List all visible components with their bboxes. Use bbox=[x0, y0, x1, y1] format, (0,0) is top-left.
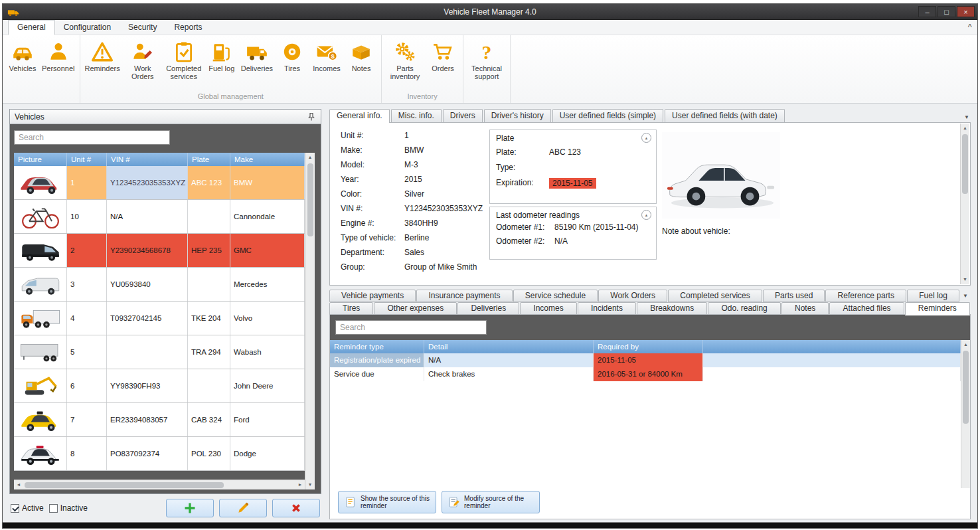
sub-tab-odo-reading[interactable]: Odo. reading bbox=[708, 302, 781, 315]
reminders-vertical-scrollbar[interactable]: ▲ bbox=[961, 340, 970, 488]
pin-icon[interactable] bbox=[307, 112, 316, 122]
menu-tab-configuration[interactable]: Configuration bbox=[55, 21, 120, 35]
vehicles-vertical-scrollbar[interactable]: ▲ ▼ bbox=[305, 153, 315, 489]
sub-tab-other-expenses[interactable]: Other expenses bbox=[374, 302, 457, 315]
collapse-icon[interactable]: ▲ bbox=[641, 133, 651, 143]
sub-tab-work-orders[interactable]: Work Orders bbox=[598, 290, 667, 302]
sub-tab-tires[interactable]: Tires bbox=[329, 302, 373, 315]
vehicle-row[interactable]: 2Y2390234568678HEP 235GMC bbox=[14, 234, 305, 268]
scroll-up-icon[interactable]: ▲ bbox=[305, 153, 315, 162]
ribbon-button-reminders[interactable]: Reminders bbox=[83, 39, 122, 72]
ribbon-button-parts-inventory[interactable]: Parts inventory bbox=[384, 39, 426, 80]
sub-tab-notes[interactable]: Notes bbox=[781, 302, 829, 315]
vehicles-horizontal-scrollbar[interactable]: ◄ ► bbox=[14, 480, 305, 489]
column-header-picture[interactable]: Picture bbox=[14, 153, 67, 166]
plate-field-label: Type: bbox=[496, 163, 549, 172]
delete-vehicle-button[interactable] bbox=[272, 499, 320, 517]
vehicle-row[interactable]: 3YU0593840Mercedes bbox=[14, 268, 305, 302]
sub-tab-incidents[interactable]: Incidents bbox=[578, 302, 636, 315]
sub-tab-deliveries[interactable]: Deliveries bbox=[457, 302, 519, 315]
sub-tab-service-schedule[interactable]: Service schedule bbox=[513, 290, 598, 302]
vehicle-row[interactable]: 6YY98390FH93John Deere bbox=[14, 369, 305, 403]
vehicle-row[interactable]: 10N/ACannondale bbox=[14, 200, 305, 234]
ribbon-button-vehicles[interactable]: Vehicles bbox=[5, 39, 40, 72]
plus-icon bbox=[183, 501, 197, 515]
ribbon-button-orders[interactable]: Orders bbox=[426, 39, 460, 72]
collapse-icon[interactable]: ▲ bbox=[641, 210, 651, 220]
vehicle-row[interactable]: 4T09327042145TKE 204Volvo bbox=[14, 302, 305, 335]
scroll-down-icon[interactable]: ▼ bbox=[961, 275, 970, 284]
vehicle-row[interactable]: 7ER23394083057CAB 324Ford bbox=[14, 403, 305, 437]
scrollbar-thumb[interactable] bbox=[25, 482, 224, 488]
reminders-search-input[interactable] bbox=[335, 320, 487, 335]
detail-tab-misc-info[interactable]: Misc. info. bbox=[391, 109, 442, 122]
reminder-column-header-required-by[interactable]: Required by bbox=[594, 340, 703, 353]
menu-tab-general[interactable]: General bbox=[8, 20, 55, 35]
modify-source-of-the-reminder-button[interactable]: Modify source of the reminder bbox=[442, 491, 540, 513]
column-header-unit[interactable]: Unit # bbox=[67, 153, 107, 166]
reminder-detail-cell: Check brakes bbox=[424, 367, 594, 381]
ribbon-collapse-icon[interactable]: ^ bbox=[968, 23, 972, 31]
column-header-vin[interactable]: VIN # bbox=[107, 153, 188, 166]
field-label: Department: bbox=[341, 248, 404, 262]
ribbon-button-technical-support[interactable]: ?Technical support bbox=[466, 39, 507, 80]
reminder-column-header-detail[interactable]: Detail bbox=[424, 340, 594, 353]
minimize-button[interactable]: – bbox=[918, 6, 936, 17]
sub-tab-attached-files[interactable]: Attached files bbox=[829, 302, 904, 315]
close-button[interactable]: × bbox=[957, 6, 975, 17]
column-header-make[interactable]: Make bbox=[230, 153, 305, 166]
scrollbar-thumb[interactable] bbox=[963, 351, 969, 424]
reminder-row[interactable]: Service dueCheck brakes2016-05-31 or 840… bbox=[330, 367, 961, 381]
sub-tab-reference-parts[interactable]: Reference parts bbox=[825, 290, 906, 302]
tabs-overflow-icon[interactable]: ▼ bbox=[964, 114, 969, 120]
show-the-source-of-this-reminder-button[interactable]: Show the source of this reminder bbox=[338, 491, 436, 513]
sub-tab-reminders[interactable]: Reminders bbox=[905, 302, 970, 315]
sub-tab-completed-services[interactable]: Completed services bbox=[668, 290, 762, 302]
active-checkbox[interactable] bbox=[11, 504, 19, 513]
ribbon-button-work-orders[interactable]: Work Orders bbox=[122, 39, 163, 80]
scroll-up-icon[interactable]: ▲ bbox=[961, 340, 971, 349]
sub-tabs-overflow-icon[interactable]: ▼ bbox=[960, 290, 971, 302]
menu-tab-security[interactable]: Security bbox=[120, 21, 165, 35]
detail-tab-drivers[interactable]: Drivers bbox=[443, 109, 483, 122]
detail-tab-general-info[interactable]: General info. bbox=[329, 109, 390, 123]
detail-tab-driver-s-history[interactable]: Driver's history bbox=[484, 109, 551, 122]
ribbon-button-deliveries[interactable]: Deliveries bbox=[239, 39, 275, 72]
maximize-button[interactable]: □ bbox=[938, 6, 955, 17]
vehicle-row[interactable]: 5TRA 294Wabash bbox=[14, 335, 305, 369]
sub-tab-breakdowns[interactable]: Breakdowns bbox=[637, 302, 707, 315]
sub-tab-fuel-log[interactable]: Fuel log bbox=[907, 290, 959, 302]
info-vertical-scrollbar[interactable]: ▲ ▼ bbox=[960, 124, 969, 284]
sub-tab-incomes[interactable]: Incomes bbox=[520, 302, 577, 315]
inactive-checkbox-label: Inactive bbox=[60, 503, 88, 513]
detail-tab-user-defined-fields-with-date[interactable]: User defined fields (with date) bbox=[665, 109, 785, 122]
add-vehicle-button[interactable] bbox=[166, 499, 214, 517]
ribbon-button-personnel[interactable]: Personnel bbox=[40, 39, 77, 72]
scrollbar-thumb[interactable] bbox=[962, 134, 968, 194]
reminder-column-header-reminder-type[interactable]: Reminder type bbox=[330, 340, 424, 353]
ribbon-button-fuel-log[interactable]: Fuel log bbox=[204, 39, 239, 72]
menu-tab-reports[interactable]: Reports bbox=[165, 21, 210, 35]
sub-tab-insurance-payments[interactable]: Insurance payments bbox=[416, 290, 512, 302]
scroll-down-icon[interactable]: ▼ bbox=[305, 480, 315, 489]
reminder-column-header-blank[interactable] bbox=[703, 340, 961, 353]
ribbon-button-incomes[interactable]: $Incomes bbox=[309, 39, 344, 72]
vehicle-row[interactable]: 8PO837092374POL 230Dodge bbox=[14, 437, 305, 471]
vehicles-search-input[interactable] bbox=[14, 130, 170, 145]
sub-tab-parts-used[interactable]: Parts used bbox=[763, 290, 825, 302]
column-header-plate[interactable]: Plate bbox=[188, 153, 230, 166]
vehicle-row[interactable]: 1Y1234523035353XYZABC 123BMW bbox=[14, 166, 305, 200]
sub-tab-vehicle-payments[interactable]: Vehicle payments bbox=[329, 290, 416, 302]
app-icon bbox=[7, 7, 19, 17]
scroll-up-icon[interactable]: ▲ bbox=[961, 124, 970, 133]
ribbon-button-completed-services[interactable]: Completed services bbox=[163, 39, 204, 80]
inactive-checkbox[interactable] bbox=[49, 504, 58, 513]
edit-vehicle-button[interactable] bbox=[219, 499, 267, 517]
reminder-row[interactable]: Registration/plate expiredN/A2015-11-05 bbox=[330, 353, 961, 367]
ribbon-button-notes[interactable]: Notes bbox=[344, 39, 378, 72]
scroll-left-icon[interactable]: ◄ bbox=[14, 480, 23, 489]
ribbon-button-tires[interactable]: Tires bbox=[275, 39, 309, 72]
scrollbar-thumb[interactable] bbox=[307, 163, 313, 236]
detail-tab-user-defined-fields-simple[interactable]: User defined fields (simple) bbox=[552, 109, 663, 122]
scroll-right-icon[interactable]: ► bbox=[295, 480, 305, 489]
